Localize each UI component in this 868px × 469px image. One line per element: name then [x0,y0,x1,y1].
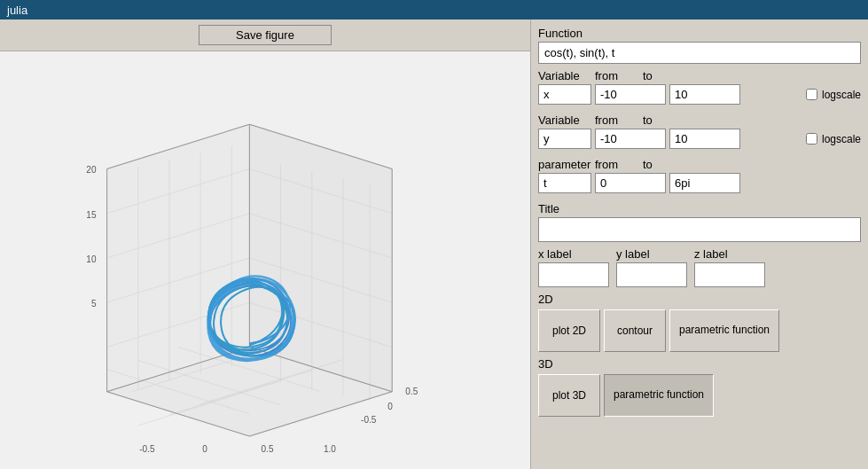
svg-text:0: 0 [387,402,393,411]
parametric-2d-button[interactable]: parametric function [669,309,779,352]
parameter-to[interactable] [669,173,740,193]
title-bar: julia [0,0,868,20]
variable-x-label: Variable [538,69,591,82]
variable-y-to-label: to [643,113,687,127]
variable-y-name[interactable] [538,129,591,149]
variable-x-from-label: from [595,69,639,82]
variable-x-section: Variable from to logscale [538,69,861,108]
parametric-3d-button[interactable]: parametric function [604,374,714,417]
title-label: Title [538,202,861,215]
save-figure-bar: Save figure [0,20,530,51]
logscale-x-checkbox[interactable] [806,89,817,100]
variable-y-section: Variable from to logscale [538,113,861,152]
title-section: Title [538,202,861,242]
labels-section: x label y label z label [538,247,861,287]
plot-3d-button[interactable]: plot 3D [538,374,600,417]
plot-2d-button[interactable]: plot 2D [538,309,600,352]
logscale-y-checkbox[interactable] [806,133,817,145]
parameter-from-label: from [595,158,639,171]
plot-svg: 20 15 10 5 0.5 0 -0.5 -0.5 0 0.5 1.0 [0,51,530,469]
x-label-input[interactable] [538,262,609,287]
y-label-input[interactable] [616,262,687,287]
svg-text:0.5: 0.5 [405,387,418,396]
svg-text:1.0: 1.0 [324,444,336,454]
svg-text:0.5: 0.5 [262,444,274,454]
3d-section: 3D plot 3D parametric function [538,357,861,417]
svg-text:5: 5 [91,299,97,309]
variable-y-label: Variable [538,113,591,127]
svg-text:-0.5: -0.5 [139,444,155,454]
plot-area: 20 15 10 5 0.5 0 -0.5 -0.5 0 0.5 1.0 [0,51,530,469]
y-label-group: y label [616,247,687,287]
svg-text:0: 0 [202,444,207,454]
save-figure-button[interactable]: Save figure [199,25,332,45]
variable-y-to[interactable] [669,129,740,149]
variable-y-from-label: from [595,113,639,127]
2d-section: 2D plot 2D contour parametric function [538,293,861,352]
logscale-y-row: logscale [806,133,861,145]
variable-x-from[interactable] [595,84,666,105]
variable-y-from[interactable] [595,129,666,149]
x-label-group: x label [538,247,609,287]
title-input[interactable] [538,217,861,242]
svg-text:15: 15 [86,210,97,220]
logscale-x-row: logscale [806,89,861,101]
app-title: julia [7,4,27,17]
variable-x-to[interactable] [669,84,740,105]
logscale-y-label: logscale [822,133,861,145]
parameter-label: parameter [538,158,591,171]
3d-label: 3D [538,357,861,371]
contour-button[interactable]: contour [604,309,666,352]
variable-x-to-label: to [643,69,687,82]
2d-label: 2D [538,293,861,306]
z-label-group: z label [694,247,765,287]
parameter-to-label: to [643,158,687,171]
3d-button-group: plot 3D parametric function [538,374,861,417]
svg-text:-0.5: -0.5 [361,415,377,425]
logscale-x-label: logscale [822,89,861,101]
svg-text:10: 10 [86,254,97,264]
main-layout: Save figure [0,20,868,469]
2d-button-group: plot 2D contour parametric function [538,309,861,352]
function-input[interactable] [538,42,861,64]
parameter-from[interactable] [595,173,666,193]
parameter-section: parameter from to [538,158,861,197]
parameter-name[interactable] [538,173,591,193]
function-section: Function [538,27,861,64]
z-label-label: z label [694,247,765,261]
z-label-input[interactable] [694,262,765,287]
svg-text:20: 20 [86,166,97,176]
y-label-label: y label [616,247,687,261]
controls-panel: Function Variable from to logscale [531,20,868,469]
x-label-label: x label [538,247,609,261]
function-label: Function [538,27,861,40]
plot-panel: Save figure [0,20,531,469]
variable-x-name[interactable] [538,84,591,105]
